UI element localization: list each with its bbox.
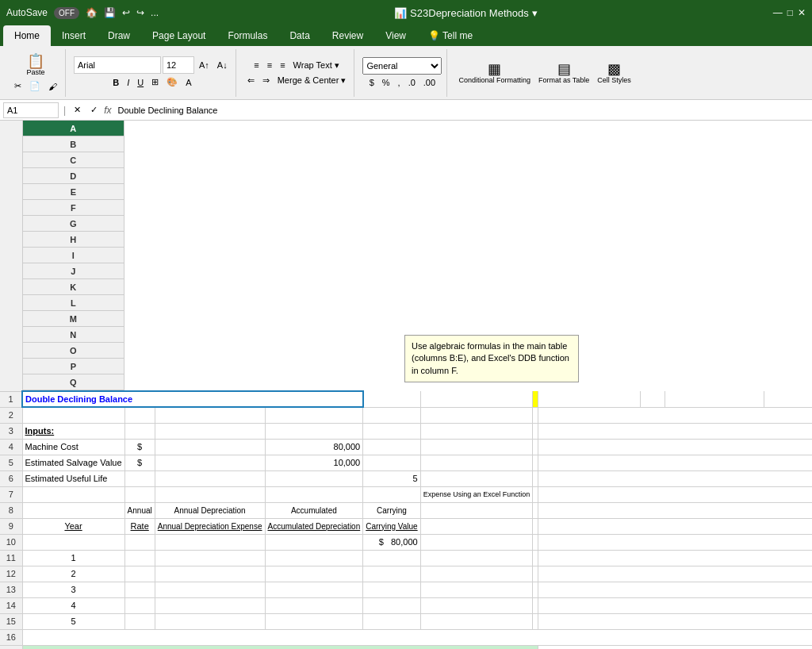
col-header-H[interactable]: H [23, 232, 125, 248]
cell-C7[interactable] [155, 486, 265, 502]
col-header-Q[interactable]: Q [23, 374, 125, 390]
cell-A12[interactable]: 2 [22, 566, 124, 582]
confirm-formula-btn[interactable]: ✓ [87, 103, 101, 117]
wrap-text-btn[interactable]: Wrap Text ▾ [290, 59, 343, 72]
cell-B14[interactable] [124, 597, 155, 613]
cell-G1[interactable] [533, 391, 538, 407]
increase-font-btn[interactable]: A↑ [196, 59, 213, 71]
cell-F6[interactable] [420, 470, 533, 486]
cell-D5[interactable]: 10,000 [265, 455, 363, 470]
cell-H12[interactable] [538, 566, 812, 582]
cell-D14[interactable] [265, 597, 363, 613]
currency-btn[interactable]: $ [366, 76, 377, 89]
underline-button[interactable]: U [134, 76, 147, 89]
comma-btn[interactable]: , [395, 76, 404, 89]
col-header-A[interactable]: A [23, 121, 125, 136]
cell-H7[interactable] [538, 486, 812, 502]
cell-F15[interactable] [420, 613, 533, 629]
tab-insert[interactable]: Insert [51, 25, 97, 46]
cell-B4[interactable]: $ [124, 439, 155, 455]
cell-A8[interactable] [22, 502, 124, 518]
cell-E15[interactable] [363, 613, 420, 629]
cell-F9[interactable] [420, 518, 533, 534]
col-header-F[interactable]: F [23, 200, 125, 216]
col-header-J[interactable]: J [23, 263, 125, 279]
cell-G13[interactable] [533, 582, 538, 597]
cut-button[interactable]: ✂ [11, 79, 25, 93]
cell-H17[interactable] [538, 645, 812, 649]
cell-B3[interactable] [124, 423, 155, 439]
cell-K1[interactable] [764, 391, 812, 407]
cell-D2[interactable] [265, 407, 363, 423]
cell-E6[interactable]: 5 [363, 470, 420, 486]
col-header-L[interactable]: L [23, 295, 125, 311]
cell-C14[interactable] [155, 597, 265, 613]
cell-E10[interactable]: $ 80,000 [363, 534, 420, 550]
dropdown-icon[interactable]: ▾ [532, 7, 538, 19]
cell-G5[interactable] [533, 455, 538, 470]
cell-E4[interactable] [363, 439, 420, 455]
cell-H1[interactable] [538, 391, 641, 407]
cell-C10[interactable] [155, 534, 265, 550]
cell-E8[interactable]: Carrying [363, 502, 420, 518]
tab-data[interactable]: Data [278, 25, 320, 46]
more-icon[interactable]: ... [151, 7, 159, 18]
cell-H13[interactable] [538, 582, 812, 597]
cell-A14[interactable]: 4 [22, 597, 124, 613]
home-icon[interactable]: 🏠 [86, 7, 98, 18]
cell-G4[interactable] [533, 439, 538, 455]
cell-A16[interactable] [22, 629, 812, 645]
cell-A3[interactable]: Inputs: [22, 423, 124, 439]
cell-F11[interactable] [420, 550, 533, 566]
cell-G11[interactable] [533, 550, 538, 566]
autosave-toggle[interactable]: OFF [54, 7, 79, 19]
tab-draw[interactable]: Draw [97, 25, 141, 46]
col-header-O[interactable]: O [23, 343, 125, 359]
cell-E11[interactable] [363, 550, 420, 566]
cell-I1[interactable] [641, 391, 665, 407]
cell-D7[interactable] [265, 486, 363, 502]
cell-C9[interactable]: Annual Depreciation Expense [155, 518, 265, 534]
cell-A7[interactable] [22, 486, 124, 502]
col-header-E[interactable]: E [23, 184, 125, 200]
cell-B15[interactable] [124, 613, 155, 629]
cell-F1[interactable] [420, 391, 533, 407]
cell-B10[interactable] [124, 534, 155, 550]
cell-H14[interactable] [538, 597, 812, 613]
indent-increase-btn[interactable]: ⇒ [259, 74, 273, 87]
paste-button[interactable]: 📋 Paste [23, 52, 48, 78]
cell-G15[interactable] [533, 613, 538, 629]
cell-E3[interactable] [363, 423, 420, 439]
cell-D9[interactable]: Accumulated Depreciation [265, 518, 363, 534]
cell-C2[interactable] [155, 407, 265, 423]
cell-F7[interactable]: Expense Using an Excel Function [420, 486, 533, 502]
cell-E5[interactable] [363, 455, 420, 470]
cell-C15[interactable] [155, 613, 265, 629]
cell-H10[interactable] [538, 534, 812, 550]
cell-H3[interactable] [538, 423, 812, 439]
maximize-btn[interactable]: □ [787, 7, 793, 18]
col-header-B[interactable]: B [23, 136, 125, 152]
cell-G10[interactable] [533, 534, 538, 550]
cell-A13[interactable]: 3 [22, 582, 124, 597]
cell-G6[interactable] [533, 470, 538, 486]
cell-D12[interactable] [265, 566, 363, 582]
cell-H6[interactable] [538, 470, 812, 486]
indent-decrease-btn[interactable]: ⇐ [244, 74, 258, 87]
cell-D8[interactable]: Accumulated [265, 502, 363, 518]
tab-home[interactable]: Home [3, 25, 51, 46]
percent-btn[interactable]: % [379, 76, 393, 89]
cell-C6[interactable] [155, 470, 265, 486]
cell-H8[interactable] [538, 502, 812, 518]
undo-icon[interactable]: ↩ [122, 7, 130, 18]
cell-styles-button[interactable]: ▩ Cell Styles [594, 60, 634, 86]
cell-C4[interactable] [155, 439, 265, 455]
decimal-decrease-btn[interactable]: .00 [420, 76, 439, 89]
cell-A1[interactable]: Double Declining Balance [22, 391, 363, 407]
cell-H15[interactable] [538, 613, 812, 629]
cell-B5[interactable]: $ [124, 455, 155, 470]
cell-F12[interactable] [420, 566, 533, 582]
cell-B12[interactable] [124, 566, 155, 582]
cell-H5[interactable] [538, 455, 812, 470]
decimal-increase-btn[interactable]: .0 [405, 76, 419, 89]
